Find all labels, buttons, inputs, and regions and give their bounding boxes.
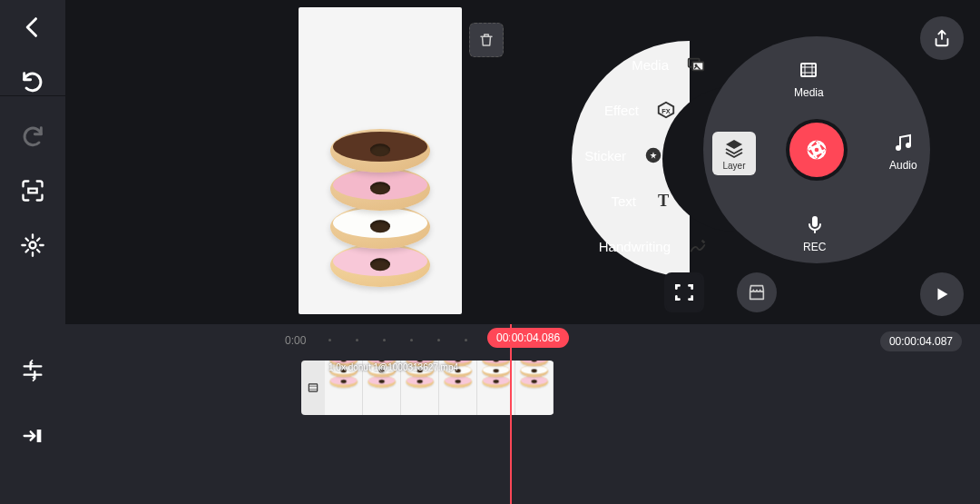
video-clip[interactable]: 1.0x donut 1@1000313627.mp4: [301, 361, 554, 415]
delete-watermark-button[interactable]: [469, 23, 504, 57]
svg-point-0: [30, 242, 36, 249]
timeline-adjust-button[interactable]: [0, 343, 65, 398]
share-icon: [932, 28, 952, 48]
total-duration: 00:00:04.087: [880, 331, 962, 351]
capture-button[interactable]: [664, 272, 704, 312]
play-icon: [932, 284, 952, 304]
time-ruler[interactable]: 0:00 00:00:04.086 00:00:04.087: [65, 324, 980, 357]
svg-rect-1: [37, 430, 42, 442]
trash-icon: [478, 32, 495, 48]
asset-store-button[interactable]: [737, 272, 777, 312]
wheel-record-button[interactable]: [789, 123, 844, 177]
svg-point-10: [906, 143, 911, 148]
playhead[interactable]: [510, 324, 512, 504]
back-button[interactable]: [0, 0, 65, 54]
wheel-label: Audio: [889, 159, 917, 172]
svg-rect-14: [309, 384, 317, 391]
layer-option-sticker[interactable]: Sticker: [584, 139, 670, 172]
jump-end-button[interactable]: [0, 409, 65, 463]
gear-icon: [20, 232, 45, 258]
store-icon: [747, 282, 767, 302]
timeline[interactable]: 0:00 00:00:04.086 00:00:04.087 1.0x donu…: [65, 322, 980, 504]
action-wheel: Media Audio REC Layer: [658, 36, 930, 309]
aperture-icon: [804, 137, 829, 163]
time-zero-label: 0:00: [285, 334, 306, 347]
settings-button[interactable]: [0, 218, 65, 272]
svg-rect-8: [801, 64, 816, 76]
undo-button[interactable]: [0, 54, 65, 109]
undo-icon: [20, 69, 45, 94]
wheel-label: Layer: [722, 161, 745, 171]
mic-icon: [804, 213, 826, 235]
play-button[interactable]: [920, 272, 964, 316]
clip-label: 1.0x donut 1@1000313627.mp4: [328, 362, 458, 372]
svg-point-13: [814, 147, 820, 153]
clip-type-icon: [301, 361, 325, 415]
playhead-time: 00:00:04.086: [487, 328, 569, 348]
wheel-layer-button[interactable]: Layer: [712, 132, 756, 175]
layer-option-label: Effect: [604, 103, 639, 118]
svg-point-9: [896, 145, 901, 151]
clip-thumbnails: 1.0x donut 1@1000313627.mp4: [325, 361, 554, 415]
wheel-rec-button[interactable]: REC: [803, 213, 826, 253]
capture-icon: [672, 281, 696, 304]
expand-button[interactable]: [0, 163, 65, 218]
music-icon: [892, 132, 914, 153]
wheel-label: Media: [794, 86, 824, 99]
chevron-left-icon: [20, 15, 45, 40]
layer-option-label: Sticker: [584, 148, 626, 163]
layer-option-label: Text: [611, 193, 636, 209]
preview-area: K Media Effect FX Sticker Text T Handwri…: [65, 0, 980, 322]
redo-button: [0, 109, 65, 163]
sliders-icon: [20, 358, 45, 383]
layers-icon: [723, 137, 745, 159]
wheel-label: REC: [803, 241, 826, 253]
wheel-media-button[interactable]: Media: [794, 59, 824, 99]
wheel-audio-button[interactable]: Audio: [889, 132, 917, 172]
svg-rect-11: [812, 216, 818, 227]
expand-icon: [20, 178, 45, 203]
preview-frame[interactable]: K: [299, 7, 462, 314]
jump-end-icon: [20, 423, 45, 449]
redo-icon: [20, 124, 45, 149]
preview-content: [321, 87, 439, 287]
share-button[interactable]: [920, 16, 964, 60]
film-icon: [798, 59, 819, 81]
